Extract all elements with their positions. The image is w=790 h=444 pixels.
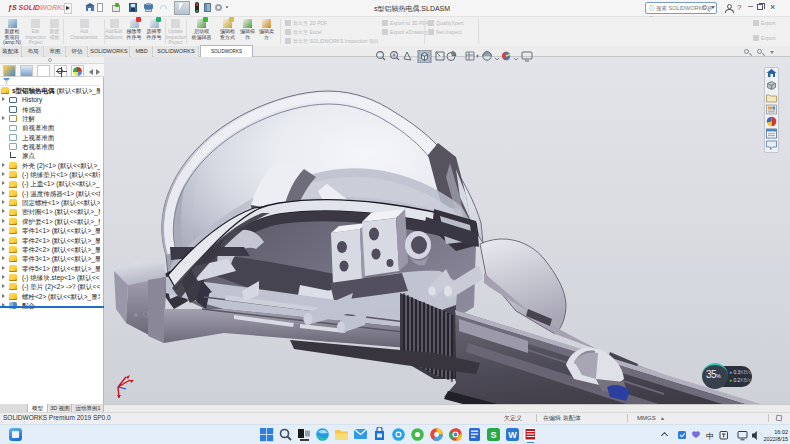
svg-text:S: S	[490, 430, 496, 440]
svg-text:中: 中	[706, 432, 714, 441]
svg-text:W: W	[508, 430, 517, 440]
